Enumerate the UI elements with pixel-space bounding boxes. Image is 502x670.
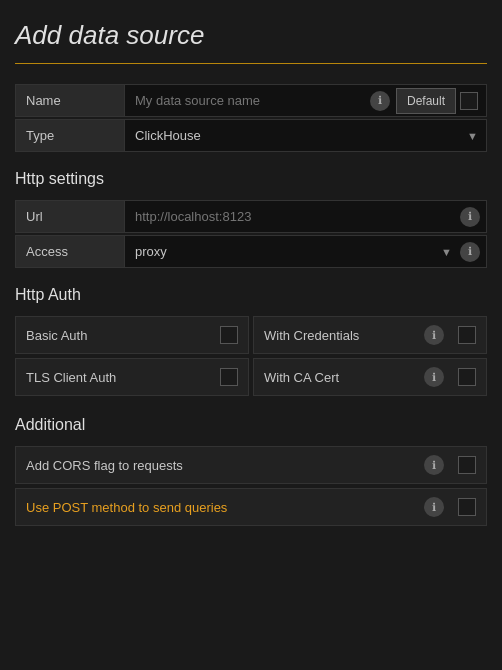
access-dropdown-arrow: ▼ [441,246,460,258]
post-method-item: Use POST method to send queries ℹ [15,488,487,526]
basic-auth-checkbox[interactable] [220,326,238,344]
access-info-icon[interactable]: ℹ [460,242,480,262]
with-ca-cert-info-icon[interactable]: ℹ [424,367,444,387]
access-select[interactable]: proxy direct [125,237,441,266]
type-input-wrapper: ClickHouse ▼ [125,119,487,152]
name-label: Name [15,84,125,117]
name-info-icon[interactable]: ℹ [370,91,390,111]
access-label: Access [15,235,125,268]
post-method-info-icon[interactable]: ℹ [424,497,444,517]
http-auth-title: Http Auth [15,286,487,304]
with-ca-cert-label: With CA Cert [264,370,416,385]
name-input[interactable] [125,86,370,115]
name-row: Name ℹ Default [15,84,487,117]
type-dropdown-arrow: ▼ [467,130,486,142]
additional-title: Additional [15,416,487,434]
type-select[interactable]: ClickHouse [125,121,467,150]
http-auth-section: Http Auth Basic Auth With Credentials ℹ … [15,286,487,396]
access-row: Access proxy direct ▼ ℹ [15,235,487,268]
url-row: Url ℹ [15,200,487,233]
with-credentials-info-icon[interactable]: ℹ [424,325,444,345]
page-title: Add data source [15,20,487,51]
type-label: Type [15,119,125,152]
post-method-label: Use POST method to send queries [26,500,416,515]
type-row: Type ClickHouse ▼ [15,119,487,152]
default-button[interactable]: Default [396,88,456,114]
basic-auth-item: Basic Auth [15,316,249,354]
cors-flag-label: Add CORS flag to requests [26,458,416,473]
with-ca-cert-item: With CA Cert ℹ [253,358,487,396]
auth-grid: Basic Auth With Credentials ℹ TLS Client… [15,316,487,396]
tls-client-auth-item: TLS Client Auth [15,358,249,396]
cors-flag-info-icon[interactable]: ℹ [424,455,444,475]
basic-auth-label: Basic Auth [26,328,212,343]
url-info-icon[interactable]: ℹ [460,207,480,227]
name-input-wrapper: ℹ Default [125,84,487,117]
post-method-checkbox[interactable] [458,498,476,516]
with-credentials-checkbox[interactable] [458,326,476,344]
cors-flag-item: Add CORS flag to requests ℹ [15,446,487,484]
url-label: Url [15,200,125,233]
cors-flag-checkbox[interactable] [458,456,476,474]
http-settings-title: Http settings [15,170,487,188]
url-input-wrapper: ℹ [125,200,487,233]
url-input[interactable] [125,202,460,231]
with-credentials-item: With Credentials ℹ [253,316,487,354]
tls-client-auth-checkbox[interactable] [220,368,238,386]
with-ca-cert-checkbox[interactable] [458,368,476,386]
http-settings-section: Http settings Url ℹ Access proxy direct … [15,170,487,268]
additional-section: Additional Add CORS flag to requests ℹ U… [15,416,487,526]
with-credentials-label: With Credentials [264,328,416,343]
default-checkbox[interactable] [460,92,478,110]
title-divider [15,63,487,64]
tls-client-auth-label: TLS Client Auth [26,370,212,385]
access-input-wrapper: proxy direct ▼ ℹ [125,235,487,268]
